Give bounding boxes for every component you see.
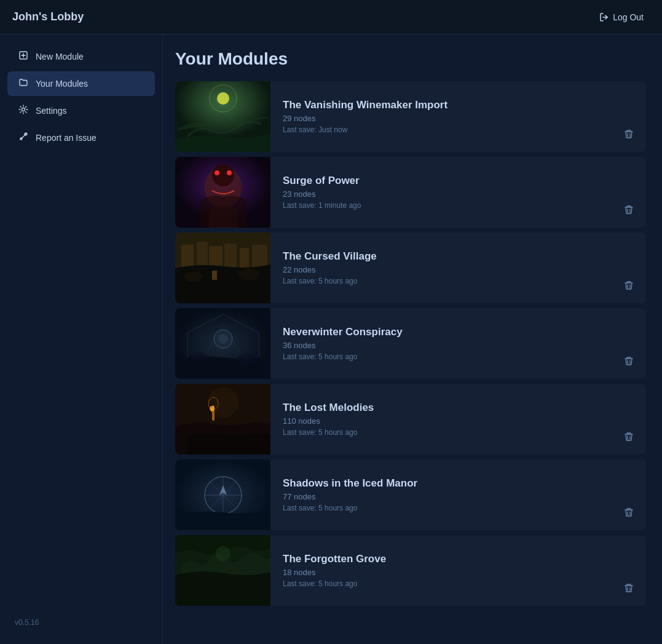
trash-icon	[624, 583, 634, 593]
module-info: The Lost Melodies110 nodesLast save: 5 h…	[270, 392, 646, 447]
sidebar-item-new-module[interactable]: New Module	[7, 44, 155, 69]
module-last-save: Last save: 5 hours ago	[283, 428, 634, 437]
svg-rect-18	[240, 248, 249, 269]
module-nodes: 110 nodes	[283, 416, 634, 426]
delete-module-button[interactable]	[621, 127, 636, 143]
module-thumb-art	[175, 459, 270, 530]
module-last-save: Last save: Just now	[283, 125, 634, 134]
module-info: The Vanishing Winemaker Import29 nodesLa…	[270, 89, 646, 144]
delete-module-button[interactable]	[621, 278, 636, 295]
svg-point-9	[212, 164, 234, 186]
content-area: Your Modules The Vanishing Winemaker Imp…	[163, 34, 662, 644]
module-nodes: 22 nodes	[283, 265, 634, 274]
module-info: The Cursed Village22 nodesLast save: 5 h…	[270, 241, 646, 295]
trash-icon	[624, 205, 634, 215]
sidebar-item-settings[interactable]: Settings	[7, 98, 155, 123]
module-card[interactable]: The Cursed Village22 nodesLast save: 5 h…	[175, 233, 646, 303]
module-title: The Cursed Village	[283, 250, 634, 263]
module-nodes: 77 nodes	[283, 492, 634, 501]
module-last-save: Last save: 5 hours ago	[283, 579, 634, 588]
sidebar-item-label: New Module	[36, 52, 84, 62]
module-last-save: Last save: 1 minute ago	[283, 201, 634, 210]
module-card[interactable]: The Forgotten Grove18 nodesLast save: 5 …	[175, 535, 646, 606]
module-thumbnail	[175, 384, 270, 455]
settings-icon	[17, 105, 30, 117]
module-title: The Forgotten Grove	[283, 553, 634, 565]
module-title: The Vanishing Winemaker Import	[283, 99, 634, 111]
svg-rect-14	[181, 245, 194, 269]
svg-point-34	[210, 406, 215, 411]
logout-icon	[599, 12, 609, 22]
module-thumb-art	[175, 233, 270, 303]
delete-module-button[interactable]	[621, 354, 636, 370]
module-card[interactable]: The Lost Melodies110 nodesLast save: 5 h…	[175, 384, 646, 455]
module-card[interactable]: Neverwinter Conspiracy36 nodesLast save:…	[175, 308, 646, 379]
module-thumbnail	[175, 308, 270, 379]
delete-module-button[interactable]	[621, 505, 636, 522]
version-label: v0.5.16	[0, 611, 162, 634]
module-thumbnail	[175, 535, 270, 606]
module-thumbnail	[175, 459, 270, 530]
svg-point-1	[22, 108, 25, 111]
module-nodes: 18 nodes	[283, 568, 634, 577]
sidebar-item-your-modules[interactable]: Your Modules	[7, 71, 155, 96]
sidebar-item-label: Report an Issue	[36, 133, 97, 143]
delete-module-button[interactable]	[621, 429, 636, 446]
module-thumb-art	[175, 384, 270, 455]
module-thumb-art	[175, 157, 270, 228]
svg-point-21	[184, 272, 203, 282]
module-info: Shadows in the Iced Manor77 nodesLast sa…	[270, 467, 646, 522]
svg-point-10	[215, 170, 219, 175]
sidebar: New ModuleYour ModulesSettingsReport an …	[0, 34, 163, 644]
module-nodes: 36 nodes	[283, 341, 634, 350]
module-title: Neverwinter Conspiracy	[283, 326, 634, 338]
logout-button[interactable]: Log Out	[593, 9, 650, 26]
new-module-icon	[17, 50, 30, 63]
module-title: The Lost Melodies	[283, 402, 634, 414]
svg-point-27	[237, 354, 254, 364]
module-last-save: Last save: 5 hours ago	[283, 504, 634, 512]
trash-icon	[624, 356, 634, 366]
svg-point-44	[216, 546, 231, 561]
module-thumbnail	[175, 233, 270, 303]
svg-point-22	[238, 268, 260, 280]
sidebar-item-report-issue[interactable]: Report an Issue	[7, 125, 155, 150]
module-nodes: 29 nodes	[283, 114, 634, 123]
trash-icon	[624, 280, 634, 290]
module-card[interactable]: Surge of Power23 nodesLast save: 1 minut…	[175, 157, 646, 228]
module-last-save: Last save: 5 hours ago	[283, 352, 634, 361]
module-nodes: 23 nodes	[283, 189, 634, 199]
module-title: Shadows in the Iced Manor	[283, 477, 634, 490]
sidebar-nav: New ModuleYour ModulesSettingsReport an …	[0, 44, 162, 150]
svg-point-25	[218, 334, 228, 344]
module-thumb-art	[175, 308, 270, 379]
module-card[interactable]: Shadows in the Iced Manor77 nodesLast sa…	[175, 459, 646, 530]
module-thumb-art	[175, 535, 270, 606]
module-info: Surge of Power23 nodesLast save: 1 minut…	[270, 165, 646, 220]
svg-point-11	[227, 170, 232, 175]
delete-module-button[interactable]	[621, 581, 636, 597]
delete-module-button[interactable]	[621, 202, 636, 219]
your-modules-icon	[17, 78, 30, 90]
svg-rect-17	[224, 244, 237, 269]
app-title: John's Lobby	[12, 10, 84, 23]
module-info: The Forgotten Grove18 nodesLast save: 5 …	[270, 543, 646, 598]
trash-icon	[624, 129, 634, 139]
module-thumbnail	[175, 157, 270, 228]
trash-icon	[624, 432, 634, 442]
modules-list: The Vanishing Winemaker Import29 nodesLa…	[175, 81, 650, 632]
svg-point-26	[192, 352, 207, 362]
page-title: Your Modules	[175, 49, 650, 69]
svg-point-6	[217, 92, 229, 105]
sidebar-item-label: Settings	[36, 106, 67, 116]
app-header: John's Lobby Log Out	[0, 0, 662, 34]
svg-rect-20	[212, 271, 217, 280]
module-thumb-art	[175, 81, 270, 152]
module-title: Surge of Power	[283, 175, 634, 187]
main-layout: New ModuleYour ModulesSettingsReport an …	[0, 34, 662, 644]
module-card[interactable]: The Vanishing Winemaker Import29 nodesLa…	[175, 81, 646, 152]
sidebar-item-label: Your Modules	[36, 79, 88, 89]
module-thumbnail	[175, 81, 270, 152]
trash-icon	[624, 507, 634, 517]
logout-label: Log Out	[613, 12, 644, 22]
